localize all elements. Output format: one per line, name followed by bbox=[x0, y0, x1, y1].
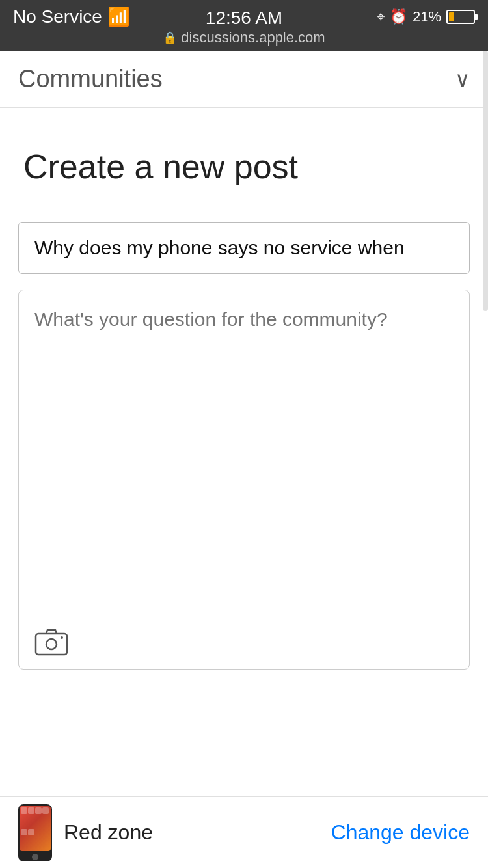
battery-bar bbox=[446, 10, 475, 24]
location-icon: ⌖ bbox=[377, 8, 385, 25]
device-label: Red zone bbox=[64, 821, 153, 845]
time-display: 12:56 AM bbox=[206, 8, 282, 29]
status-right: ⌖ ⏰ 21% bbox=[377, 8, 475, 25]
app-icon-5 bbox=[21, 829, 27, 835]
body-input-container bbox=[18, 290, 470, 670]
app-icon-3 bbox=[35, 807, 42, 814]
page-title: Create a new post bbox=[18, 147, 470, 186]
app-icon-1 bbox=[21, 807, 27, 814]
app-icon-6 bbox=[28, 829, 34, 835]
url-bar: 🔒 discussions.apple.com bbox=[163, 29, 325, 46]
status-left: No Service 📶 bbox=[13, 6, 130, 27]
wifi-icon: 📶 bbox=[107, 6, 130, 27]
main-content: Create a new post bbox=[0, 147, 488, 670]
nav-title: Communities bbox=[18, 65, 163, 93]
status-bar-top: No Service 📶 12:56 AM ⌖ ⏰ 21% bbox=[13, 6, 475, 27]
device-home-button bbox=[32, 854, 38, 860]
nav-bar: Communities ∨ bbox=[0, 51, 488, 108]
svg-point-2 bbox=[61, 636, 63, 639]
chevron-down-icon[interactable]: ∨ bbox=[455, 67, 470, 92]
change-device-button[interactable]: Change device bbox=[331, 821, 470, 845]
carrier-text: No Service bbox=[13, 7, 102, 27]
alarm-icon: ⏰ bbox=[390, 8, 407, 25]
device-thumbnail bbox=[18, 804, 52, 861]
lock-icon: 🔒 bbox=[163, 31, 177, 45]
app-icon-2 bbox=[28, 807, 34, 814]
title-input[interactable] bbox=[34, 237, 454, 259]
body-textarea[interactable] bbox=[34, 305, 454, 617]
url-text: discussions.apple.com bbox=[181, 29, 325, 46]
battery-fill bbox=[449, 12, 454, 21]
camera-icon-container[interactable] bbox=[34, 627, 454, 656]
title-input-container bbox=[18, 222, 470, 274]
bottom-bar: Red zone Change device bbox=[0, 796, 488, 868]
device-screen bbox=[20, 806, 51, 851]
camera-icon[interactable] bbox=[34, 627, 68, 656]
status-bar: No Service 📶 12:56 AM ⌖ ⏰ 21% 🔒 discussi… bbox=[0, 0, 488, 51]
app-icon-4 bbox=[42, 807, 49, 814]
svg-point-1 bbox=[46, 639, 57, 649]
device-info: Red zone bbox=[18, 804, 153, 861]
battery-percent: 21% bbox=[413, 8, 441, 25]
